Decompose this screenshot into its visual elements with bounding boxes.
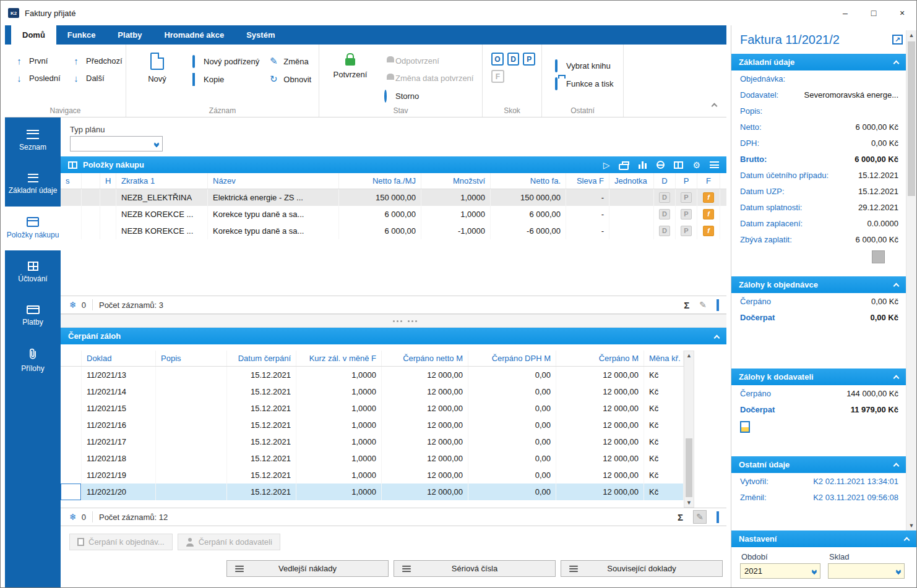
sidebar-item-prilohy[interactable]: Přílohy — [5, 338, 61, 382]
row-selector-cell[interactable] — [61, 484, 82, 500]
menu-icon[interactable] — [710, 161, 719, 168]
chevron-up-icon[interactable] — [893, 283, 900, 289]
gear-icon[interactable]: ⚙ — [692, 160, 700, 170]
chart-icon[interactable] — [642, 161, 644, 169]
new-button[interactable]: Nový — [135, 51, 179, 103]
sidebar-item-zakladni-udaje[interactable]: Základní údaje — [5, 163, 61, 207]
items-panel-header[interactable]: Položky nákupu ▷ ⚙ — [61, 156, 726, 173]
col-mnozstvi[interactable]: Množství — [421, 173, 491, 189]
advance-row[interactable]: 11/2021/19 15.12.2021 1,0000 12 000,00 0… — [61, 467, 684, 484]
tab-system[interactable]: Systém — [235, 25, 286, 45]
previous-button[interactable]: ↑Předchozí — [71, 53, 123, 68]
advance-row[interactable]: 11/2021/17 15.12.2021 1,0000 12 000,00 0… — [61, 433, 684, 450]
minimize-button[interactable]: – — [831, 1, 859, 25]
row-selector-cell[interactable] — [61, 383, 82, 400]
col-cerpano-netto[interactable]: Čerpáno netto M — [382, 351, 468, 366]
typ-planu-combo[interactable] — [70, 136, 163, 151]
bottom-button[interactable]: Vedlejší náklady — [226, 560, 389, 577]
bottom-button[interactable]: Sériová čísla — [394, 560, 556, 577]
sidebar-item-uctovani[interactable]: Účtování — [5, 250, 61, 294]
section-header-zakladni[interactable]: Základní údaje — [731, 54, 906, 70]
chevron-up-icon[interactable] — [893, 463, 900, 469]
advance-row[interactable]: 11/2021/14 15.12.2021 1,0000 12 000,00 0… — [61, 383, 684, 400]
row-selector-cell[interactable] — [61, 367, 82, 383]
run-icon[interactable]: ▷ — [603, 160, 610, 170]
col-nazev[interactable]: Název — [208, 173, 339, 189]
close-button[interactable]: × — [888, 1, 916, 25]
f-flag-button[interactable]: f — [703, 192, 714, 203]
snowflake-icon[interactable]: ❄ — [69, 300, 77, 310]
bottom-button[interactable]: Související doklady — [561, 560, 723, 577]
jump-p-button[interactable]: P — [523, 53, 535, 66]
tab-funkce[interactable]: Funkce — [56, 25, 107, 45]
col-cerpano[interactable]: Čerpáno M — [556, 351, 644, 366]
invoice-icon[interactable] — [740, 421, 750, 433]
last-button[interactable]: ↓Poslední — [14, 70, 71, 85]
col-cerpano-dph[interactable]: Čerpáno DPH M — [468, 351, 556, 366]
f-flag-button[interactable]: f — [703, 226, 714, 236]
col-h[interactable]: H — [100, 173, 116, 189]
first-button[interactable]: ↑První — [14, 53, 71, 68]
new-child-button[interactable]: Nový podřízený — [188, 54, 259, 69]
col-s[interactable]: s — [61, 173, 82, 189]
collapse-chevron-icon[interactable] — [714, 335, 720, 341]
sklad-combo[interactable] — [828, 563, 905, 579]
sidebar-item-seznam[interactable]: Seznam — [5, 119, 61, 163]
tab-hromadne-akce[interactable]: Hromadné akce — [153, 25, 235, 45]
row-selector-cell[interactable] — [61, 433, 82, 450]
obdobi-combo[interactable]: 2021 — [740, 563, 820, 579]
scroll-down-icon[interactable]: ▼ — [909, 522, 915, 529]
col-d[interactable]: D — [654, 173, 676, 189]
col-popis[interactable]: Popis — [156, 351, 227, 366]
advances-scrollbar[interactable]: ▲ ▼ — [684, 351, 694, 508]
grid-settings-icon[interactable] — [717, 300, 719, 310]
row-selector-cell[interactable] — [61, 450, 82, 467]
edit-button[interactable]: ✎ — [693, 510, 707, 524]
panel-splitter[interactable] — [61, 314, 726, 328]
select-book-button[interactable]: Vybrat knihu — [551, 58, 617, 73]
row-selector-cell[interactable] — [61, 467, 82, 484]
d-flag-button[interactable]: D — [659, 192, 670, 203]
row-selector-cell[interactable] — [61, 400, 82, 417]
expand-icon[interactable]: ↗ — [892, 35, 903, 45]
scroll-down-icon[interactable]: ▼ — [686, 500, 692, 506]
col-p[interactable]: P — [676, 173, 697, 189]
col-f[interactable]: F — [697, 173, 720, 189]
tab-platby[interactable]: Platby — [106, 25, 153, 45]
storno-button[interactable]: Storno — [380, 89, 473, 103]
advance-row[interactable]: 11/2021/20 15.12.2021 1,0000 12 000,00 0… — [61, 484, 684, 500]
change-button[interactable]: ✎Změna — [268, 54, 311, 69]
advance-row[interactable]: 11/2021/18 15.12.2021 1,0000 12 000,00 0… — [61, 450, 684, 467]
confirm-button[interactable]: Potvrzení — [328, 51, 372, 103]
advance-row[interactable]: 11/2021/13 15.12.2021 1,0000 12 000,00 0… — [61, 367, 684, 383]
scrollbar-thumb[interactable] — [686, 438, 692, 497]
advance-row[interactable]: 11/2021/15 15.12.2021 1,0000 12 000,00 0… — [61, 400, 684, 417]
col-zkratka[interactable]: Zkratka 1 — [116, 173, 208, 189]
p-flag-button[interactable]: P — [681, 209, 692, 219]
copy-button[interactable]: Kopie — [188, 72, 259, 87]
sum-icon[interactable]: Σ — [684, 300, 689, 310]
next-button[interactable]: ↓Další — [71, 70, 123, 85]
scroll-up-icon[interactable]: ▲ — [909, 32, 915, 38]
ribbon-collapse-button[interactable] — [712, 100, 717, 111]
purchase-row[interactable]: NEZB_ELEKTŘINA Elektrická energie - ZS .… — [61, 189, 726, 206]
purchase-row[interactable]: NEZB KOREKCE ... Korekce typu daně a sa.… — [61, 223, 726, 239]
detail-action-button[interactable] — [872, 250, 885, 263]
purchase-row[interactable]: NEZB KOREKCE ... Korekce typu daně a sa.… — [61, 206, 726, 223]
d-flag-button[interactable]: D — [659, 209, 670, 219]
d-flag-button[interactable]: D — [659, 226, 670, 236]
grid-settings-icon[interactable] — [717, 513, 719, 522]
col-mena[interactable]: Měna kř. — [644, 351, 684, 366]
jump-d-button[interactable]: D — [507, 53, 520, 66]
globe-icon[interactable] — [657, 161, 665, 169]
advances-panel-header[interactable]: Čerpání záloh — [61, 328, 726, 344]
col-jednotka[interactable]: Jednotka — [609, 173, 654, 189]
edit-icon[interactable]: ✎ — [699, 300, 707, 310]
row-selector-cell[interactable] — [61, 417, 82, 433]
col-sleva[interactable]: Sleva F — [566, 173, 609, 189]
col-netto[interactable]: Netto fa. — [491, 173, 566, 189]
functions-print-button[interactable]: Funkce a tisk — [551, 76, 617, 91]
section-header-nastaveni[interactable]: Nastavení — [731, 530, 916, 547]
chevron-up-icon[interactable] — [893, 375, 900, 381]
f-flag-button[interactable]: f — [703, 209, 714, 219]
